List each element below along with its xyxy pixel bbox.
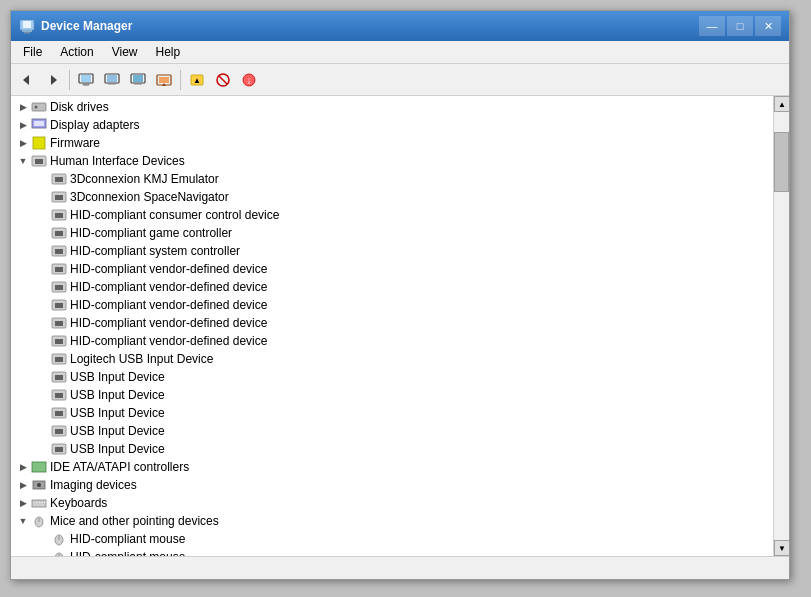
svg-rect-35 [35,159,43,164]
icon-hid-consumer [51,207,67,223]
icon-hid-vendor-4 [51,315,67,331]
scrollbar-up-arrow[interactable]: ▲ [774,96,789,112]
tree-item-3dconnexion-space[interactable]: 3Dconnexion SpaceNavigator [11,188,773,206]
svg-rect-131 [55,447,63,452]
maximize-button[interactable]: □ [727,16,753,36]
tree-item-display-adapters[interactable]: ▶Display adapters [11,116,773,134]
expand-btn-mice[interactable]: ▼ [15,513,31,529]
tree-item-hid-vendor-5[interactable]: HID-compliant vendor-defined device [11,332,773,350]
svg-rect-65 [55,249,63,254]
monitor-icon [78,72,94,88]
disable-button[interactable] [211,68,235,92]
svg-rect-25 [32,103,46,111]
tree-item-hid-consumer[interactable]: HID-compliant consumer control device [11,206,773,224]
tree-item-firmware[interactable]: ▶Firmware [11,134,773,152]
tree-item-usb-input-4[interactable]: USB Input Device [11,422,773,440]
forward-button[interactable] [41,68,65,92]
tree-item-human-interface-devices[interactable]: ▼Human Interface Devices [11,152,773,170]
tree-item-hid-game[interactable]: HID-compliant game controller [11,224,773,242]
icon-mice [31,513,47,529]
svg-rect-136 [34,502,36,504]
label-ide-controllers: IDE ATA/ATAPI controllers [50,460,189,474]
tree-item-3dconnexion-kmj[interactable]: 3Dconnexion KMJ Emulator [11,170,773,188]
title-bar-left: Device Manager [19,18,132,34]
expand-btn-imaging-devices[interactable]: ▶ [15,477,31,493]
icon-usb-input-4 [51,423,67,439]
label-usb-input-3: USB Input Device [70,406,165,420]
expand-btn-ide-controllers[interactable]: ▶ [15,459,31,475]
tree-item-hid-vendor-1[interactable]: HID-compliant vendor-defined device [11,260,773,278]
svg-text:↓: ↓ [247,75,252,86]
back-icon [19,72,35,88]
show-all-button[interactable] [100,68,124,92]
disable-icon [215,72,231,88]
svg-rect-1 [23,21,31,28]
properties-button[interactable] [74,68,98,92]
expand-btn-firmware[interactable]: ▶ [15,135,31,151]
menu-view[interactable]: View [104,43,146,61]
label-human-interface-devices: Human Interface Devices [50,154,185,168]
update-driver-button[interactable]: ▲ [185,68,209,92]
menu-file[interactable]: File [15,43,50,61]
tree-item-disk-drives[interactable]: ▶Disk drives [11,98,773,116]
icon-3dconnexion-kmj [51,171,67,187]
menu-bar: File Action View Help [11,41,789,64]
svg-rect-89 [55,321,63,326]
svg-rect-15 [134,83,142,85]
tree-pane[interactable]: ▶Disk drives▶Display adapters▶Firmware▼H… [11,96,773,556]
svg-rect-3 [24,32,30,34]
label-hid-vendor-4: HID-compliant vendor-defined device [70,316,267,330]
scrollbar-thumb[interactable] [774,132,789,192]
label-usb-input-2: USB Input Device [70,388,165,402]
title-bar: Device Manager — □ ✕ [11,11,789,41]
svg-rect-47 [55,195,63,200]
scan-button[interactable] [152,68,176,92]
tree-item-imaging-devices[interactable]: ▶Imaging devices [11,476,773,494]
tree-item-usb-input-1[interactable]: USB Input Device [11,368,773,386]
title-bar-buttons: — □ ✕ [699,16,781,36]
tree-item-usb-input-3[interactable]: USB Input Device [11,404,773,422]
tree-item-ide-controllers[interactable]: ▶IDE ATA/ATAPI controllers [11,458,773,476]
tree-item-usb-input-5[interactable]: USB Input Device [11,440,773,458]
resources-button[interactable] [126,68,150,92]
tree-item-mice[interactable]: ▼Mice and other pointing devices [11,512,773,530]
menu-help[interactable]: Help [148,43,189,61]
svg-rect-17 [159,77,169,83]
toolbar-separator-2 [180,70,181,90]
expand-btn-human-interface-devices[interactable]: ▼ [15,153,31,169]
svg-rect-95 [55,339,63,344]
tree-item-logitech-usb[interactable]: Logitech USB Input Device [11,350,773,368]
tree-item-hid-vendor-2[interactable]: HID-compliant vendor-defined device [11,278,773,296]
scrollbar-track[interactable]: ▲ ▼ [773,96,789,556]
window-icon [19,18,35,34]
svg-rect-113 [55,393,63,398]
scrollbar-down-arrow[interactable]: ▼ [774,540,789,556]
expand-btn-keyboards[interactable]: ▶ [15,495,31,511]
tree-item-hid-mouse-1[interactable]: HID-compliant mouse [11,530,773,548]
tree-item-hid-mouse-2[interactable]: HID-compliant mouse [11,548,773,556]
close-button[interactable]: ✕ [755,16,781,36]
tree-item-hid-system[interactable]: HID-compliant system controller [11,242,773,260]
minimize-button[interactable]: — [699,16,725,36]
svg-marker-5 [51,75,57,85]
tree-item-keyboards[interactable]: ▶Keyboards [11,494,773,512]
label-firmware: Firmware [50,136,100,150]
tree-item-usb-input-2[interactable]: USB Input Device [11,386,773,404]
tree-item-hid-vendor-3[interactable]: HID-compliant vendor-defined device [11,296,773,314]
back-button[interactable] [15,68,39,92]
svg-point-134 [37,483,41,487]
icon-hid-game [51,225,67,241]
svg-rect-107 [55,375,63,380]
icon-firmware [31,135,47,151]
label-3dconnexion-space: 3Dconnexion SpaceNavigator [70,190,229,204]
uninstall-button[interactable]: ↓ [237,68,261,92]
tree-item-hid-vendor-4[interactable]: HID-compliant vendor-defined device [11,314,773,332]
label-hid-game: HID-compliant game controller [70,226,232,240]
expand-btn-display-adapters[interactable]: ▶ [15,117,31,133]
label-hid-system: HID-compliant system controller [70,244,240,258]
label-disk-drives: Disk drives [50,100,109,114]
forward-icon [45,72,61,88]
menu-action[interactable]: Action [52,43,101,61]
expand-btn-disk-drives[interactable]: ▶ [15,99,31,115]
label-logitech-usb: Logitech USB Input Device [70,352,213,366]
